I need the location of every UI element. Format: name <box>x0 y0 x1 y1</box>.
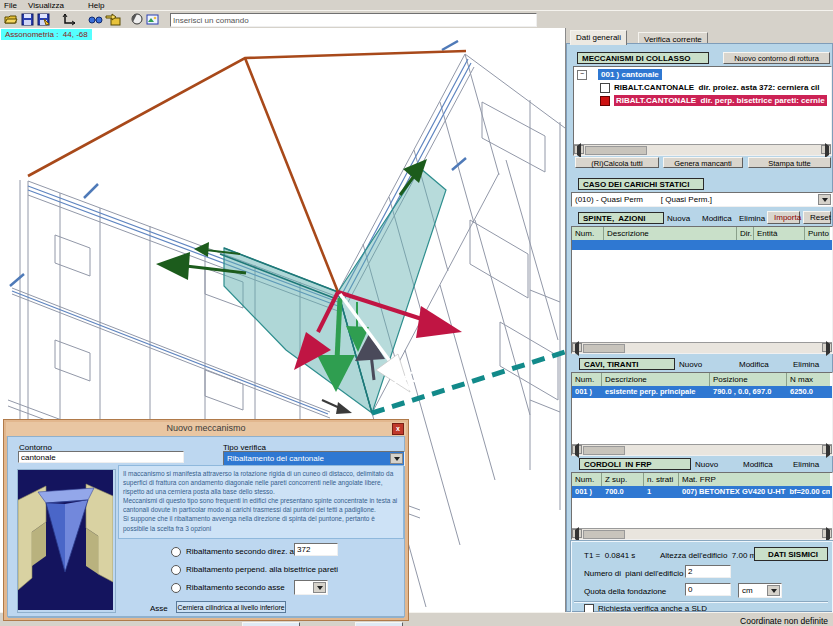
image-icon[interactable] <box>146 13 159 28</box>
ties-table-header-row: Num. Descrizione Posizione N max <box>572 373 832 386</box>
asta-number-input[interactable] <box>294 543 338 556</box>
floors-input[interactable] <box>685 565 731 578</box>
col-num: Num. <box>572 473 602 486</box>
hinge-level-button[interactable]: Cerniera cilindrica al livello inferiore <box>176 601 286 613</box>
ties-hscrollbar[interactable] <box>572 444 832 455</box>
menu-visualizza[interactable]: Visualizza <box>28 1 64 10</box>
col-punto: Punto <box>805 227 830 240</box>
radio-direction-asta-label: Ribaltamento secondo direz. asta <box>186 547 305 556</box>
unit-dropdown-arrow[interactable] <box>767 585 780 596</box>
mechanism-1-checkbox[interactable] <box>600 83 610 93</box>
dialog-title-bar[interactable]: Nuovo meccanismo x <box>6 422 406 436</box>
thrusts-selected-row[interactable] <box>572 240 832 250</box>
frp-new-button[interactable]: Nuovo <box>695 460 718 469</box>
dialog-title: Nuovo meccanismo <box>166 423 245 433</box>
cell-posizione: 790.0 , 0.0, 697.0 <box>710 386 787 396</box>
col-num: Num. <box>572 227 604 240</box>
tree-mechanism-1[interactable]: RIBALT.CANTONALE dir. proiez. asta 372: … <box>614 83 820 92</box>
thrusts-header: SPINTE, AZIONI <box>578 212 664 224</box>
thrust-import-button[interactable]: Importa <box>767 211 800 224</box>
radio-secondo-asse-label: Ribaltamento secondo asse <box>186 583 285 592</box>
close-icon[interactable]: x <box>392 423 404 435</box>
cell-nstrati: 1 <box>644 486 679 496</box>
frp-edit-button[interactable]: Modifica <box>743 460 773 469</box>
frp-selected-row[interactable]: 001 ) 700.0 1 007) BETONTEX GV420 U-HT b… <box>572 486 832 498</box>
col-entita: Entità <box>754 227 805 240</box>
command-input[interactable] <box>170 13 537 27</box>
seismic-group: T1 = 0.0841 s Altezza dell'edificio 7.00… <box>571 541 833 613</box>
ok-button[interactable]: Ok <box>242 622 300 626</box>
thrusts-hscrollbar[interactable] <box>572 342 832 353</box>
tie-edit-button[interactable]: Modifica <box>739 360 769 369</box>
tree-collapse-toggle[interactable]: − <box>577 70 587 80</box>
contour-input[interactable] <box>18 451 184 463</box>
recalculate-all-button[interactable]: (Ri)Calcola tutti <box>575 157 659 168</box>
menu-help[interactable]: Help <box>88 1 104 10</box>
thrusts-table-header-row: Num. Descrizione Dir. Entità Punto <box>572 227 832 240</box>
col-num: Num. <box>572 373 602 386</box>
cancel-button[interactable]: Annulla <box>355 622 403 626</box>
verification-type-value: Ribaltamento del cantonale <box>227 454 324 463</box>
foundation-unit-dropdown[interactable]: cm <box>738 583 782 598</box>
floors-label: Numero di piani dell'edificio <box>584 569 683 578</box>
ties-table[interactable]: Num. Descrizione Posizione N max 001 ) e… <box>571 372 833 456</box>
thrust-delete-button[interactable]: Elimina <box>739 214 765 223</box>
static-load-dropdown-arrow[interactable] <box>818 194 831 205</box>
asse-dropdown-arrow[interactable] <box>313 582 326 593</box>
radio-perpendicular-bisector[interactable] <box>171 565 181 575</box>
tie-new-button[interactable]: Nuovo <box>679 360 702 369</box>
col-zsup: Z sup. <box>602 473 644 486</box>
tree-root-contour[interactable]: 001 ) cantonale <box>598 69 662 80</box>
view-glasses-icon[interactable] <box>88 13 103 28</box>
axes-icon[interactable] <box>62 13 77 28</box>
generate-missing-button[interactable]: Genera mancanti <box>663 157 743 168</box>
new-fracture-contour-button[interactable]: Nuovo contorno di rottura <box>723 52 830 64</box>
thrust-reset-button[interactable]: Reset <box>803 211 831 224</box>
mechanisms-tree[interactable]: − 001 ) cantonale RIBALT.CANTONALE dir. … <box>573 66 832 156</box>
dialog-body: Contorno Tipo verifica Ribaltamento del … <box>7 436 405 617</box>
frp-beams-header: CORDOLI IN FRP <box>579 458 691 470</box>
static-load-case-value: (010) - Quasi Perm [ Quasi Perm.] <box>575 195 712 204</box>
verification-type-dropdown[interactable]: Ribaltamento del cantonale <box>223 451 405 466</box>
frp-table[interactable]: Num. Z sup. n. strati Mat. FRP 001 ) 700… <box>571 472 833 540</box>
save-as-icon[interactable] <box>37 13 50 28</box>
frp-hscrollbar[interactable] <box>572 528 832 539</box>
thrust-new-button[interactable]: Nuova <box>667 214 690 223</box>
ties-selected-row[interactable]: 001 ) esistente perp. principale 790.0 ,… <box>572 386 832 398</box>
mechanisms-tree-hscrollbar[interactable] <box>574 144 831 155</box>
save-icon[interactable] <box>21 13 34 28</box>
render-icon[interactable] <box>131 13 144 28</box>
separator <box>574 601 828 603</box>
foundation-input[interactable] <box>685 583 731 596</box>
frp-delete-button[interactable]: Elimina <box>793 460 819 469</box>
col-descrizione: Descrizione <box>602 373 710 386</box>
seismic-data-button[interactable]: DATI SISMICI <box>754 547 828 561</box>
radio-direction-asta[interactable] <box>171 547 181 557</box>
tab-dati-generali[interactable]: Dati generali <box>570 30 627 45</box>
tree-mechanism-2[interactable]: RIBALT.CANTONALE dir. perp. bisettrice p… <box>614 95 827 106</box>
thrust-edit-button[interactable]: Modifica <box>702 214 732 223</box>
radio-perpendicular-bisector-label: Ribaltamento perpend. alla bisettrice pa… <box>186 565 338 574</box>
col-matfrp: Mat. FRP <box>679 473 830 486</box>
mechanism-2-marker[interactable] <box>600 96 610 106</box>
cell-num: 001 ) <box>572 386 602 396</box>
menu-file[interactable]: File <box>4 1 17 10</box>
thrusts-table[interactable]: Num. Descrizione Dir. Entità Punto <box>571 226 833 354</box>
asse-dropdown[interactable] <box>294 580 328 595</box>
right-panel: Dati generali Verifica corrente MECCANIS… <box>566 28 833 612</box>
new-mechanism-dialog: Nuovo meccanismo x Contorno Tipo verific… <box>3 419 409 621</box>
cell-matfrp: 007) BETONTEX GV420 U-HT bf=20.00 cm t <box>679 486 830 496</box>
import-entity-icon[interactable] <box>105 13 121 28</box>
static-load-case-dropdown[interactable]: (010) - Quasi Perm [ Quasi Perm.] <box>571 192 833 207</box>
type-dropdown-arrow[interactable] <box>390 453 403 464</box>
t1-period-value: T1 = 0.0841 s <box>584 551 635 560</box>
radio-secondo-asse[interactable] <box>171 583 181 593</box>
frp-table-header-row: Num. Z sup. n. strati Mat. FRP <box>572 473 832 486</box>
print-all-button[interactable]: Stampa tutte <box>748 157 831 168</box>
col-nstrati: n. strati <box>644 473 679 486</box>
foundation-label: Quota della fondazione <box>584 587 666 596</box>
cell-nmax: 6250.0 <box>787 386 830 396</box>
open-icon[interactable] <box>4 13 18 28</box>
application-window: File Visualizza Help Assono <box>0 0 833 626</box>
tie-delete-button[interactable]: Elimina <box>793 360 819 369</box>
